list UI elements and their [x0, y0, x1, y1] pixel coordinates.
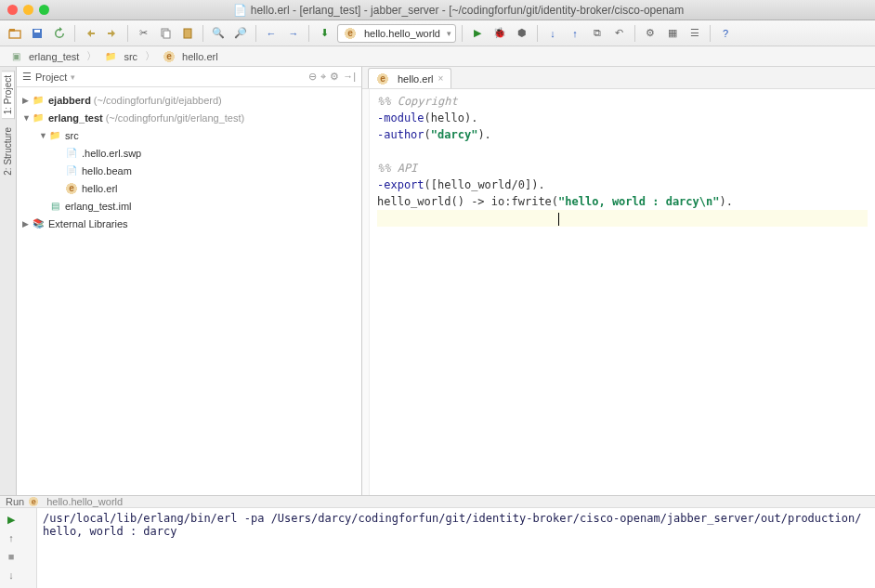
- run-body: ▶ ↑ ■ ↓ ⏸ ↩ /usr/local/lib/erlang/bin/er…: [0, 508, 875, 588]
- erl-icon: e: [376, 72, 389, 85]
- vcs-history-icon[interactable]: ⧉: [588, 24, 607, 43]
- traffic-lights: [7, 5, 49, 15]
- main-toolbar: ✂ 🔍 🔎 ← → ⬇ e hello.hello_world ▶ 🐞 ⬢ ↓ …: [0, 20, 875, 46]
- zoom-window-button[interactable]: [39, 5, 49, 15]
- save-icon[interactable]: [28, 24, 46, 43]
- library-icon: 📚: [32, 217, 45, 230]
- breadcrumb-item[interactable]: ▣erlang_test: [6, 49, 83, 64]
- refresh-icon[interactable]: [50, 24, 69, 43]
- collapse-arrow-icon[interactable]: ▼: [22, 113, 32, 123]
- editor-tab-hello[interactable]: e hello.erl ×: [368, 68, 451, 88]
- tree-node-ejabberd[interactable]: ▶ 📁 ejabberd(~/codingforfun/git/ejabberd…: [17, 91, 361, 109]
- code-body[interactable]: %% Copyright -module(hello). -author("da…: [370, 89, 875, 495]
- chevron-down-icon[interactable]: ▾: [71, 72, 75, 82]
- up-icon[interactable]: ↑: [4, 530, 19, 545]
- minimize-window-button[interactable]: [23, 5, 33, 15]
- copy-icon[interactable]: [156, 24, 175, 43]
- erl-icon: e: [163, 50, 176, 63]
- settings-icon[interactable]: ⚙: [641, 24, 660, 43]
- run-toolbar: ▶ ↑ ■ ↓ ⏸ ↩: [0, 508, 37, 588]
- project-panel: ☰ Project ▾ ⊖ ⌖ ⚙ →| ▶ 📁 ejabberd(~/codi…: [17, 67, 362, 495]
- folder-icon: 📁: [48, 129, 61, 142]
- workspace: 1: Project 2: Structure ☰ Project ▾ ⊖ ⌖ …: [0, 67, 875, 495]
- structure-tool-tab[interactable]: 2: Structure: [1, 123, 15, 180]
- project-view-icon: ☰: [22, 71, 32, 83]
- expand-arrow-icon[interactable]: ▶: [22, 96, 32, 105]
- code-editor[interactable]: %% Copyright -module(hello). -author("da…: [362, 89, 875, 495]
- chevron-right-icon: 〉: [86, 49, 97, 63]
- module-folder-icon: 📁: [32, 111, 45, 124]
- svg-rect-0: [9, 31, 20, 38]
- erl-icon: e: [28, 496, 39, 507]
- open-icon[interactable]: [6, 24, 24, 43]
- find-icon[interactable]: 🔍: [209, 24, 228, 43]
- svg-rect-5: [163, 31, 170, 38]
- run-panel: Run e hello.hello_world ▶ ↑ ■ ↓ ⏸ ↩ /usr…: [0, 495, 875, 588]
- hide-panel-icon[interactable]: →|: [343, 71, 356, 83]
- help-icon[interactable]: ?: [716, 24, 735, 43]
- tree-file-hello-erl[interactable]: e hello.erl: [17, 179, 361, 197]
- expand-arrow-icon[interactable]: ▶: [22, 219, 32, 229]
- text-caret: [558, 213, 559, 226]
- file-icon: 📄: [65, 164, 78, 177]
- vcs-commit-icon[interactable]: ↑: [566, 24, 584, 43]
- svg-rect-3: [34, 30, 40, 33]
- project-tree[interactable]: ▶ 📁 ejabberd(~/codingforfun/git/ejabberd…: [17, 87, 361, 495]
- tree-external-libraries[interactable]: ▶ 📚 External Libraries: [17, 215, 361, 232]
- redo-icon[interactable]: [103, 24, 122, 43]
- svg-rect-6: [184, 29, 191, 38]
- stop-icon[interactable]: ■: [4, 549, 19, 564]
- replace-icon[interactable]: 🔎: [231, 24, 250, 43]
- module-icon: ▣: [9, 50, 22, 63]
- left-tool-rail: 1: Project 2: Structure: [0, 67, 17, 495]
- debug-icon[interactable]: 🐞: [490, 24, 509, 43]
- gutter: [362, 89, 370, 495]
- tree-node-erlang-test[interactable]: ▼ 📁 erlang_test(~/codingforfun/git/erlan…: [17, 109, 361, 126]
- cut-icon[interactable]: ✂: [134, 24, 152, 43]
- rerun-icon[interactable]: ▶: [4, 512, 19, 527]
- erl-icon: e: [65, 182, 78, 195]
- project-tool-tab[interactable]: 1: Project: [2, 71, 15, 119]
- vcs-revert-icon[interactable]: ↶: [610, 24, 629, 43]
- vcs-update-icon[interactable]: ↓: [543, 24, 562, 43]
- chevron-right-icon: 〉: [145, 49, 155, 63]
- iml-icon: ▤: [48, 200, 61, 213]
- svg-rect-1: [9, 29, 15, 32]
- back-icon[interactable]: ←: [262, 24, 281, 43]
- sdk-icon[interactable]: ▦: [663, 24, 682, 43]
- module-folder-icon: 📁: [32, 94, 45, 107]
- breadcrumb-item[interactable]: 📁src: [100, 49, 141, 64]
- make-icon[interactable]: ⬇: [315, 24, 333, 43]
- console-output[interactable]: /usr/local/lib/erlang/bin/erl -pa /Users…: [37, 508, 875, 588]
- structure-icon[interactable]: ☰: [686, 24, 704, 43]
- collapse-arrow-icon[interactable]: ▼: [39, 131, 48, 140]
- close-tab-icon[interactable]: ×: [438, 73, 444, 84]
- erl-icon: e: [344, 27, 357, 40]
- file-icon: 📄: [65, 147, 78, 160]
- tree-file-iml[interactable]: ▤ erlang_test.iml: [17, 197, 361, 215]
- file-icon: 📄: [233, 4, 247, 17]
- editor-tabs: e hello.erl ×: [362, 67, 875, 89]
- breadcrumb-bar: ▣erlang_test 〉 📁src 〉 ehello.erl: [0, 46, 875, 67]
- window-titlebar: 📄 hello.erl - [erlang_test] - jabber_ser…: [0, 0, 875, 20]
- gear-icon[interactable]: ⚙: [330, 71, 339, 83]
- run-icon[interactable]: ▶: [468, 24, 487, 43]
- tree-node-src[interactable]: ▼ 📁 src: [17, 126, 361, 144]
- tree-file[interactable]: 📄 hello.beam: [17, 162, 361, 179]
- close-window-button[interactable]: [7, 5, 18, 15]
- window-title: 📄 hello.erl - [erlang_test] - jabber_ser…: [49, 4, 868, 17]
- breadcrumb-item[interactable]: ehello.erl: [159, 49, 222, 64]
- paste-icon[interactable]: [178, 24, 197, 43]
- tree-file[interactable]: 📄 .hello.erl.swp: [17, 144, 361, 162]
- down-icon[interactable]: ↓: [4, 568, 19, 582]
- undo-icon[interactable]: [81, 24, 99, 43]
- forward-icon[interactable]: →: [284, 24, 303, 43]
- coverage-icon[interactable]: ⬢: [513, 24, 531, 43]
- scroll-from-source-icon[interactable]: ⌖: [320, 71, 326, 83]
- run-panel-header[interactable]: Run e hello.hello_world: [0, 496, 875, 508]
- folder-icon: 📁: [104, 50, 117, 63]
- project-panel-title: Project: [35, 72, 67, 83]
- editor-area: e hello.erl × %% Copyright -module(hello…: [362, 67, 875, 495]
- collapse-all-icon[interactable]: ⊖: [308, 71, 317, 83]
- run-config-selector[interactable]: e hello.hello_world: [337, 24, 456, 43]
